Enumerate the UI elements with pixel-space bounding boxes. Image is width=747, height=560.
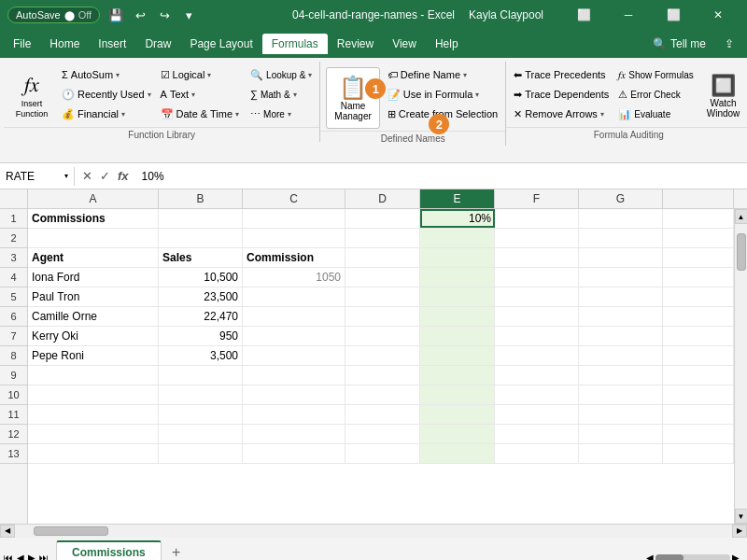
cell[interactable] bbox=[579, 366, 663, 385]
recently-used-button[interactable]: 🕐 Recently Used ▾ bbox=[58, 85, 155, 104]
cell[interactable] bbox=[495, 385, 579, 404]
cell[interactable] bbox=[28, 405, 159, 424]
cell[interactable] bbox=[495, 346, 579, 365]
cell[interactable] bbox=[420, 346, 495, 365]
logical-button[interactable]: ☑ Logical ▾ bbox=[157, 65, 244, 84]
cell[interactable]: Camille Orne bbox=[28, 307, 159, 326]
cell[interactable]: Agent bbox=[28, 248, 159, 267]
menu-page-layout[interactable]: Page Layout bbox=[180, 34, 261, 54]
trace-precedents-button[interactable]: ⬅ Trace Precedents bbox=[510, 65, 613, 84]
cell[interactable] bbox=[243, 405, 345, 424]
scroll-up-button[interactable]: ▲ bbox=[735, 209, 748, 224]
watch-window-button[interactable]: 🔲 WatchWindow bbox=[699, 65, 747, 127]
cell[interactable] bbox=[495, 366, 579, 385]
customize-icon[interactable]: ▾ bbox=[180, 7, 197, 23]
cell[interactable] bbox=[243, 425, 345, 443]
cell[interactable]: 950 bbox=[159, 327, 243, 345]
row-num-7[interactable]: 7 bbox=[0, 327, 27, 346]
row-num-11[interactable]: 11 bbox=[0, 405, 27, 425]
undo-icon[interactable]: ↩ bbox=[132, 7, 148, 23]
cell[interactable]: 10,500 bbox=[159, 268, 243, 287]
cell[interactable] bbox=[579, 405, 663, 424]
cell[interactable] bbox=[28, 425, 159, 443]
date-time-button[interactable]: 📅 Date & Time ▾ bbox=[157, 105, 244, 123]
cell[interactable] bbox=[345, 405, 420, 424]
cell[interactable] bbox=[159, 444, 243, 463]
cell[interactable] bbox=[420, 268, 495, 287]
cell[interactable] bbox=[159, 425, 243, 443]
cell[interactable] bbox=[495, 248, 579, 267]
menu-review[interactable]: Review bbox=[328, 34, 383, 54]
trace-dependents-button[interactable]: ➡ Trace Dependents bbox=[510, 85, 613, 104]
cell[interactable] bbox=[579, 248, 663, 267]
error-check-button[interactable]: ⚠ Error Check bbox=[614, 85, 697, 104]
cell[interactable] bbox=[579, 229, 663, 247]
cell[interactable]: 3,500 bbox=[159, 346, 243, 365]
cell[interactable] bbox=[579, 327, 663, 345]
horizontal-scrollbar[interactable]: ◀ ▶ bbox=[0, 524, 747, 537]
cell[interactable] bbox=[243, 307, 345, 326]
autosum-button[interactable]: Σ AutoSum ▾ bbox=[58, 65, 155, 84]
cell[interactable] bbox=[243, 327, 345, 345]
cell[interactable] bbox=[420, 327, 495, 345]
cell[interactable] bbox=[345, 327, 420, 345]
cell[interactable] bbox=[495, 307, 579, 326]
cell[interactable] bbox=[28, 385, 159, 404]
close-button[interactable]: ✕ bbox=[697, 0, 740, 30]
hscroll-thumb[interactable] bbox=[34, 526, 108, 536]
cell[interactable] bbox=[420, 405, 495, 424]
menu-formulas[interactable]: Formulas bbox=[262, 34, 328, 54]
cell[interactable] bbox=[420, 385, 495, 404]
text-button[interactable]: A Text ▾ bbox=[157, 85, 244, 104]
cell[interactable] bbox=[420, 425, 495, 443]
row-num-5[interactable]: 5 bbox=[0, 287, 27, 307]
use-in-formula-button[interactable]: 📝 Use in Formula ▾ bbox=[384, 85, 501, 104]
cell[interactable]: 23,500 bbox=[159, 287, 243, 306]
cell[interactable] bbox=[345, 425, 420, 443]
cell[interactable]: 10% bbox=[420, 209, 495, 228]
cell[interactable] bbox=[28, 366, 159, 385]
autosave-toggle[interactable]: AutoSave ⬤ Off bbox=[7, 7, 100, 23]
cell[interactable]: Sales bbox=[159, 248, 243, 267]
cell[interactable] bbox=[243, 346, 345, 365]
tab-hscroll-right[interactable]: ▶ bbox=[732, 553, 740, 560]
cell[interactable] bbox=[420, 248, 495, 267]
lookup-button[interactable]: 🔍 Lookup & ▾ bbox=[247, 65, 316, 84]
scroll-left-button[interactable]: ◀ bbox=[0, 525, 15, 538]
cell[interactable] bbox=[345, 209, 420, 228]
cell[interactable] bbox=[579, 307, 663, 326]
tab-hscroll-left[interactable]: ◀ bbox=[646, 553, 654, 560]
name-box[interactable]: RATE ▾ bbox=[0, 167, 75, 186]
sheet-tab-commissions[interactable]: Commissions bbox=[56, 540, 162, 560]
cell[interactable] bbox=[420, 444, 495, 463]
maximize-button[interactable]: ⬜ bbox=[652, 0, 695, 30]
cell[interactable] bbox=[345, 287, 420, 306]
cell[interactable] bbox=[243, 209, 345, 228]
row-num-2[interactable]: 2 bbox=[0, 229, 27, 248]
cell[interactable] bbox=[579, 444, 663, 463]
cell[interactable] bbox=[495, 444, 579, 463]
cell[interactable] bbox=[495, 405, 579, 424]
cell[interactable] bbox=[243, 229, 345, 247]
show-formulas-button[interactable]: 𝑓𝑥 Show Formulas bbox=[614, 65, 697, 84]
cell[interactable] bbox=[345, 346, 420, 365]
evaluate-formula-button[interactable]: 📊 Evaluate bbox=[614, 105, 697, 123]
minimize-button[interactable]: ─ bbox=[607, 0, 650, 30]
cell[interactable] bbox=[579, 287, 663, 306]
vertical-scrollbar[interactable]: ▲ ▼ bbox=[734, 209, 747, 524]
col-header-c[interactable]: C bbox=[243, 189, 345, 208]
tab-first-icon[interactable]: ⏮ bbox=[4, 553, 13, 560]
menu-home[interactable]: Home bbox=[40, 34, 89, 54]
cell[interactable]: Iona Ford bbox=[28, 268, 159, 287]
cell[interactable] bbox=[495, 268, 579, 287]
row-num-1[interactable]: 1 bbox=[0, 209, 27, 229]
share-icon[interactable]: ⇪ bbox=[715, 34, 743, 54]
formula-input[interactable] bbox=[136, 167, 747, 186]
cell[interactable] bbox=[159, 229, 243, 247]
cell[interactable] bbox=[579, 268, 663, 287]
cell[interactable]: Paul Tron bbox=[28, 287, 159, 306]
scroll-track[interactable] bbox=[735, 224, 748, 509]
col-header-f[interactable]: F bbox=[495, 189, 579, 208]
row-num-9[interactable]: 9 bbox=[0, 366, 27, 385]
redo-icon[interactable]: ↪ bbox=[156, 7, 173, 23]
